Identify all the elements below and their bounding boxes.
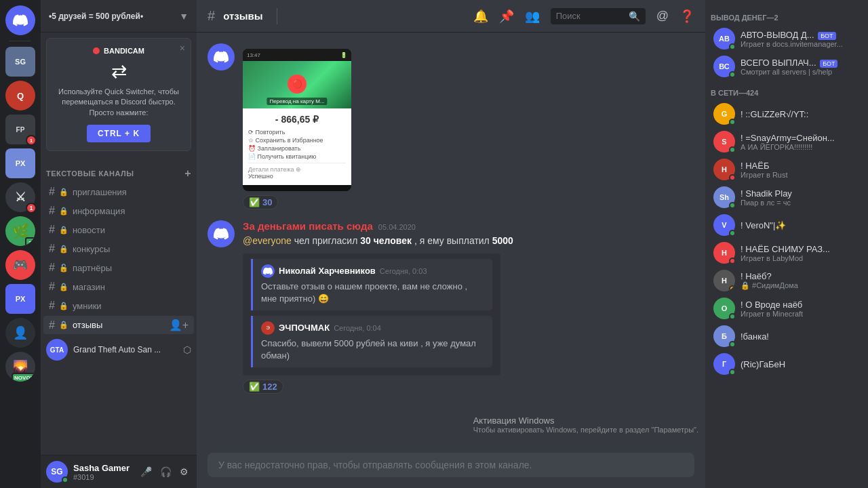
channel-name-news: новости: [73, 225, 105, 235]
quote-1: Николай Харчевников Сегодня, 0:03 Оставь…: [251, 259, 492, 310]
channel-smartguys[interactable]: # 🔒 умники: [43, 297, 194, 314]
snay-status: А ИА ЙЕГОРКА!!!!!!!!!: [741, 143, 860, 151]
bandicam-logo: BANDICAM: [55, 47, 182, 55]
naeb2-avatar: Н: [713, 242, 735, 264]
payment-details-section: Детали платежа ⊕ Успешно: [248, 163, 346, 180]
hash-icon: #: [49, 281, 55, 293]
online-user-gaben[interactable]: Г (Ric)ГаБеН: [708, 350, 865, 378]
vrode-status: Играет в Minecraft: [741, 310, 860, 318]
invite-icon[interactable]: 👤+: [169, 319, 189, 331]
online-user-bot1[interactable]: АВ АВТО-ВЫВОД Д... БОТ Играет в docs.inv…: [708, 25, 865, 52]
chat-input-box: У вас недостаточно прав, чтобы отправлят…: [208, 453, 694, 477]
message-avatar-main: [208, 220, 235, 247]
hash-icon: #: [49, 186, 55, 198]
chat-input-area: У вас недостаточно прав, чтобы отправлят…: [197, 453, 705, 488]
bot1-status-dot: [729, 43, 736, 50]
channel-info[interactable]: # 🔒 информация: [43, 202, 194, 220]
banka-avatar: Б: [713, 325, 735, 347]
server-icon-px1[interactable]: PX: [5, 148, 35, 178]
banka-info: !банка!: [741, 331, 860, 342]
online-user-naeb3[interactable]: Н ! Наёб? 🔒 #СидимДома: [708, 267, 865, 294]
online-user-glizzer[interactable]: G ! ::GLiZZeR√/YT::: [708, 100, 865, 127]
members-icon[interactable]: 👥: [525, 9, 540, 24]
online-user-veron[interactable]: V ! VeroN"|✨: [708, 211, 865, 239]
pins-icon[interactable]: 📌: [499, 9, 514, 24]
sidebar: •5 друзей = 500 рублей• ▼ × BANDICAM ⇄ И…: [41, 0, 197, 488]
gaben-avatar: Г: [713, 353, 735, 375]
server-icon-green[interactable]: 🌿 30: [5, 216, 35, 246]
settings-button[interactable]: ⚙: [177, 465, 191, 479]
online-user-banka[interactable]: Б !банка!: [708, 323, 865, 350]
notifications-icon[interactable]: 🔔: [473, 9, 488, 24]
channel-shop[interactable]: # 🔒 магазин: [43, 278, 194, 296]
vrode-name: ! О Вроде наёб: [741, 300, 860, 310]
user-panel: SG Sasha Gamer #3019 🎤 🎧 ⚙: [41, 455, 197, 488]
online-user-naeb[interactable]: Н ! НАЁБ Играет в Rust: [708, 156, 865, 183]
server-icon-q[interactable]: Q: [5, 81, 35, 110]
reaction-1[interactable]: ✅ 30: [243, 195, 278, 209]
channel-reviews[interactable]: # 🔒 отзывы 👤+: [43, 316, 194, 334]
online-user-snay[interactable]: S ! =SnayArmy=Снейон... А ИА ЙЕГОРКА!!!!…: [708, 128, 865, 155]
reaction-2[interactable]: ✅ 122: [243, 380, 283, 394]
bandicam-close-button[interactable]: ×: [180, 43, 185, 54]
ctrl-k-button[interactable]: CTRL + K: [87, 125, 151, 142]
add-channel-button[interactable]: +: [184, 167, 191, 180]
online-user-shadik[interactable]: Sh ! Shadik Play Пиар в лс = чс: [708, 184, 865, 211]
map-area: 🔴 Перевод на карту М...: [243, 61, 351, 108]
server-icon-sg[interactable]: SG: [5, 47, 35, 77]
server-icon-dark2[interactable]: 🌄 NOVOE: [5, 352, 35, 382]
glizzer-name: ! ::GLiZZeR√/YT::: [741, 109, 860, 119]
quote-1-avatar: [261, 264, 275, 278]
sidebar-header: •5 друзей = 500 рублей• ▼: [41, 0, 197, 33]
message-image: 13:47 🔋 🔴 Перевод на карту М...: [208, 43, 694, 209]
naeb3-name: ! Наёб?: [741, 271, 860, 281]
menu-item-save: ☆ Сохранить в Избранное: [248, 137, 346, 144]
server-dropdown[interactable]: ▼: [179, 11, 189, 22]
reaction-emoji-2: ✅: [249, 382, 260, 392]
online-user-bot2[interactable]: ВС ВСЕГО ВЫПЛАЧ... БОТ Смотрит all serve…: [708, 53, 865, 80]
channel-contests[interactable]: # 🔒 конкурсы: [43, 240, 194, 258]
section-label-money: ВЫВОД ДЕНЕГ—2: [705, 5, 868, 24]
server-icon-home[interactable]: [5, 5, 35, 35]
server-list: SG Q FP 1 PX ⚔ 1 🌿 30 🎮 PX 👤 🌄 NOVOE: [0, 0, 41, 488]
bot2-info: ВСЕГО ВЫПЛАЧ... БОТ Смотрит all servers …: [741, 58, 860, 76]
online-user-vrode[interactable]: О ! О Вроде наёб Играет в Minecraft: [708, 295, 865, 322]
shadik-avatar: Sh: [713, 186, 735, 208]
everyone-mention: @everyone: [243, 235, 292, 246]
naeb2-info: ! НАЁБ СНИМУ РАЗ... Играет в LabyMod: [741, 244, 860, 262]
chat-area: 13:47 🔋 🔴 Перевод на карту М...: [197, 33, 705, 453]
gaben-status-dot: [729, 369, 736, 375]
current-channel-name: отзывы: [223, 10, 262, 22]
top-bar: # отзывы 🔔 📌 👥 Поиск 🔍 @ ❓: [197, 0, 705, 33]
hash-icon: #: [49, 262, 55, 274]
channel-lock-icon: 🔒: [59, 302, 68, 310]
channel-lock-icon: 🔒: [59, 321, 68, 329]
main-content: # отзывы 🔔 📌 👥 Поиск 🔍 @ ❓: [197, 0, 705, 488]
server-icon-red[interactable]: 🎮: [5, 250, 35, 280]
help-icon[interactable]: ❓: [679, 9, 694, 24]
channel-news[interactable]: # 🔒 новости: [43, 221, 194, 239]
server-icon-px2[interactable]: PX: [5, 284, 35, 314]
channel-name-invites: приглашения: [73, 187, 127, 197]
message-author-main[interactable]: За деньгами писать сюда: [243, 220, 373, 232]
user-avatar: SG: [46, 461, 68, 483]
voice-server-options[interactable]: ⬡: [183, 344, 191, 355]
online-user-naeb2[interactable]: Н ! НАЁБ СНИМУ РАЗ... Играет в LabyMod: [708, 239, 865, 266]
snay-info: ! =SnayArmy=Снейон... А ИА ЙЕГОРКА!!!!!!…: [741, 133, 860, 151]
server-icon-fps[interactable]: FP 1: [5, 115, 35, 144]
mic-button[interactable]: 🎤: [138, 465, 155, 479]
search-box[interactable]: Поиск 🔍: [551, 8, 646, 24]
vrode-info: ! О Вроде наёб Играет в Minecraft: [741, 300, 860, 318]
server-icon-battle[interactable]: ⚔ 1: [5, 182, 35, 212]
reaction-emoji-1: ✅: [249, 197, 260, 207]
channel-partners[interactable]: # 🔓 партнёры: [43, 259, 194, 277]
server-icon-dark1[interactable]: 👤: [5, 318, 35, 348]
message-text-main: @everyone чел пригласил 30 человек , я е…: [243, 235, 513, 248]
headset-button[interactable]: 🎧: [157, 465, 174, 479]
channel-invites[interactable]: # 🔒 приглашения: [43, 183, 194, 201]
channel-hash-icon: #: [208, 8, 215, 24]
mention-icon[interactable]: @: [656, 9, 669, 23]
card-label: Перевод на карту М...: [267, 94, 327, 105]
voice-server-item[interactable]: GTA Grand Theft Auto San ... ⬡: [41, 335, 197, 365]
top-bar-icons: 🔔 📌 👥 Поиск 🔍 @ ❓: [473, 8, 694, 24]
